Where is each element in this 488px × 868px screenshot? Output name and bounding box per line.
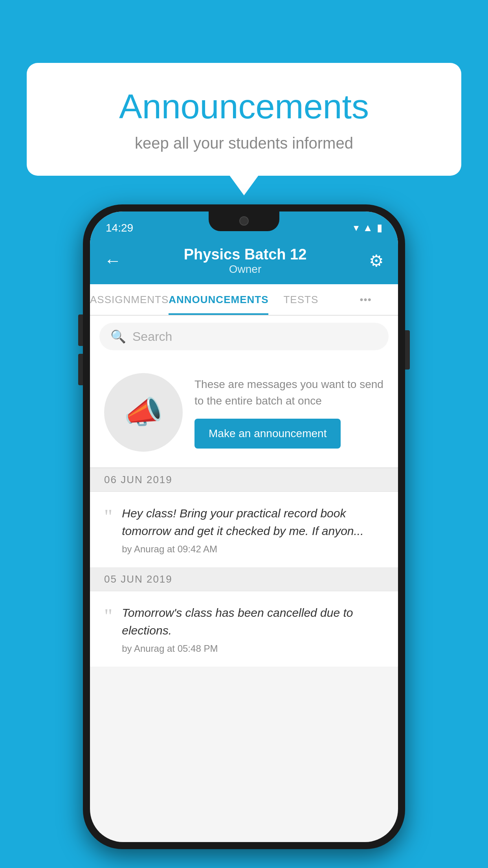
announcement-content-1: Hey class! Bring your practical record b… — [122, 504, 384, 555]
announcement-item-1[interactable]: " Hey class! Bring your practical record… — [90, 492, 398, 568]
announcement-text-2: Tomorrow's class has been cancelled due … — [122, 604, 384, 639]
phone-mockup: 14:29 ▾ ▲ ▮ ← Physics Batch 12 Owner ⚙ — [83, 204, 405, 849]
search-placeholder: Search — [132, 329, 172, 344]
header-center: Physics Batch 12 Owner — [184, 246, 307, 276]
quote-icon-2: " — [104, 606, 112, 627]
make-announcement-button[interactable]: Make an announcement — [194, 419, 341, 449]
announcement-meta-2: by Anurag at 05:48 PM — [122, 643, 384, 654]
tabs-bar: ASSIGNMENTS ANNOUNCEMENTS TESTS ••• — [90, 284, 398, 316]
wifi-icon: ▾ — [354, 222, 359, 234]
status-icons: ▾ ▲ ▮ — [354, 222, 382, 234]
empty-state-section: 📣 These are messages you want to send to… — [90, 357, 398, 468]
quote-icon-1: " — [104, 507, 112, 527]
tab-announcements[interactable]: ANNOUNCEMENTS — [169, 284, 268, 315]
phone-screen: 14:29 ▾ ▲ ▮ ← Physics Batch 12 Owner ⚙ — [90, 211, 398, 842]
app-header: ← Physics Batch 12 Owner ⚙ — [90, 237, 398, 284]
tab-tests[interactable]: TESTS — [268, 284, 333, 315]
empty-state-content: These are messages you want to send to t… — [194, 376, 384, 449]
status-time: 14:29 — [106, 222, 133, 234]
announcement-meta-1: by Anurag at 09:42 AM — [122, 544, 384, 555]
search-bar[interactable]: 🔍 Search — [99, 323, 389, 350]
search-container: 🔍 Search — [90, 316, 398, 357]
announcement-item-2[interactable]: " Tomorrow's class has been cancelled du… — [90, 591, 398, 667]
back-button[interactable]: ← — [104, 251, 121, 270]
megaphone-icon: 📣 — [124, 394, 163, 431]
date-divider-2: 05 JUN 2019 — [90, 568, 398, 591]
power-button — [405, 330, 410, 370]
signal-icon: ▲ — [363, 222, 373, 234]
settings-icon[interactable]: ⚙ — [369, 251, 384, 270]
volume-down-button — [78, 354, 83, 385]
announcement-text-1: Hey class! Bring your practical record b… — [122, 504, 384, 540]
header-title: Physics Batch 12 — [184, 246, 307, 263]
announcement-content-2: Tomorrow's class has been cancelled due … — [122, 604, 384, 654]
battery-icon: ▮ — [377, 222, 382, 234]
volume-up-button — [78, 314, 83, 346]
speech-bubble: Announcements keep all your students inf… — [27, 63, 461, 176]
date-divider-1: 06 JUN 2019 — [90, 468, 398, 492]
speech-bubble-container: Announcements keep all your students inf… — [27, 63, 461, 176]
search-icon: 🔍 — [110, 329, 126, 344]
phone-camera — [239, 216, 249, 226]
tab-assignments[interactable]: ASSIGNMENTS — [90, 284, 169, 315]
megaphone-circle: 📣 — [104, 373, 183, 452]
phone-outer: 14:29 ▾ ▲ ▮ ← Physics Batch 12 Owner ⚙ — [83, 204, 405, 849]
header-subtitle: Owner — [184, 263, 307, 276]
empty-state-description: These are messages you want to send to t… — [194, 376, 384, 409]
speech-bubble-title: Announcements — [42, 86, 446, 127]
phone-notch — [209, 211, 279, 231]
tab-more[interactable]: ••• — [333, 284, 398, 315]
speech-bubble-subtitle: keep all your students informed — [42, 134, 446, 152]
